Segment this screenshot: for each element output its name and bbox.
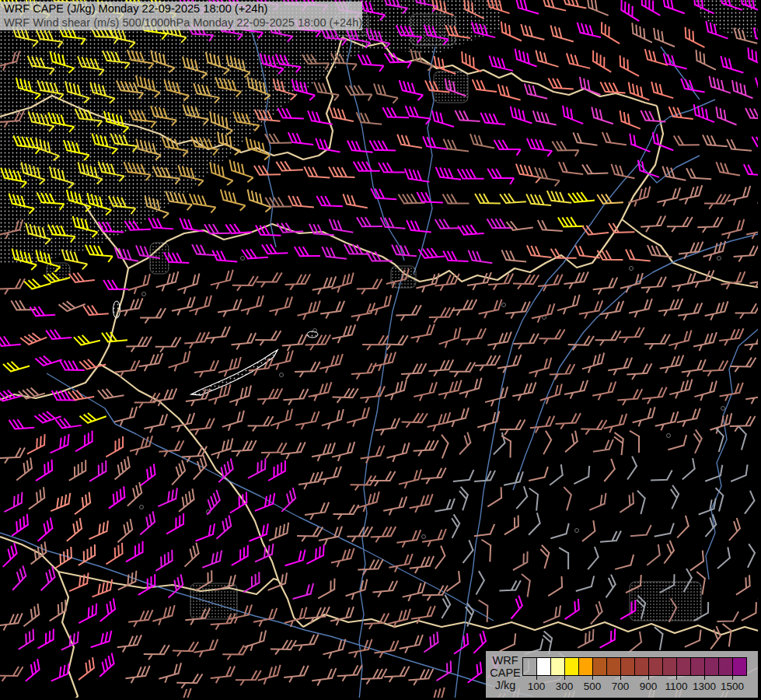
legend-label-units: J/kg [489, 679, 522, 691]
colorbar-cell [578, 657, 593, 676]
colorbar-tick [732, 674, 733, 680]
wrf-forecast-map-page: WRF CAPE (J/kg) Monday 22-09-2025 18:00 … [0, 0, 761, 700]
colorbar-tick [592, 674, 593, 680]
colorbar-cell [522, 657, 537, 676]
colorbar-cell [536, 657, 551, 676]
colorbar-tick-label: 500 [584, 681, 602, 692]
title-bar: WRF CAPE (J/kg) Monday 22-09-2025 18:00 … [0, 2, 362, 30]
map-edge-right [758, 0, 761, 700]
colorbar-tick-label: 900 [640, 681, 658, 692]
colorbar-cell [732, 657, 747, 676]
colorbar-cell [606, 657, 621, 676]
colorbar-cell [634, 657, 649, 676]
colorbar-cell [550, 657, 565, 676]
colorbar-tick-label: 100 [528, 681, 546, 692]
cape-colorbar [522, 657, 747, 674]
weather-map [0, 0, 761, 700]
colorbar-tick-label: 1300 [693, 681, 716, 692]
colorbar-tick-label: 1100 [665, 681, 687, 692]
colorbar-tick [648, 674, 649, 680]
colorbar-cell [662, 657, 677, 676]
colorbar-cell [564, 657, 579, 676]
colorbar-tick [564, 674, 565, 680]
colorbar-cell [620, 657, 635, 676]
colorbar-tick [704, 674, 705, 680]
colorbar-cell [690, 657, 705, 676]
colorbar-tick [676, 674, 677, 680]
colorbar-cell [648, 657, 663, 676]
colorbar-cell [676, 657, 691, 676]
colorbar-tick-label: 1500 [721, 681, 744, 692]
colorbar-tick-label: 300 [556, 681, 574, 692]
colorbar-cell [592, 657, 607, 676]
colorbar-cell [718, 657, 733, 676]
legend-label-block: WRF CAPE J/kg [489, 654, 522, 691]
colorbar-tick [536, 674, 537, 680]
legend-label-cape: CAPE [489, 667, 522, 679]
colorbar-tick [620, 674, 621, 680]
colorbar-tick-label: 700 [612, 681, 630, 692]
cape-legend: WRF CAPE J/kg 10030050070090011001300150… [486, 651, 761, 700]
map-title-windshear: WRF Wind shear (m/s) 500/1000hPa Monday … [4, 16, 358, 30]
colorbar-cell [704, 657, 719, 676]
map-title-cape: WRF CAPE (J/kg) Monday 22-09-2025 18:00 … [4, 2, 358, 16]
legend-label-wrf: WRF [489, 654, 522, 667]
